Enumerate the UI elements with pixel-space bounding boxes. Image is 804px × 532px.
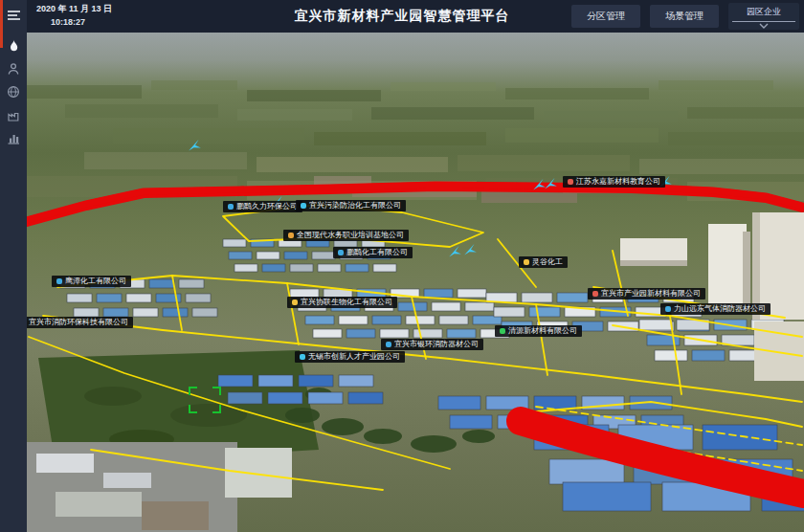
company-label-text: 宜兴协联生物化工有限公司 [301, 299, 392, 306]
menu-button[interactable] [0, 4, 27, 27]
scene-management-button[interactable]: 场景管理 [650, 5, 719, 28]
time-display: 10:18:27 [36, 18, 112, 27]
aircraft-icon [187, 139, 202, 151]
park-enterprise-dropdown[interactable]: 园区企业 [728, 3, 799, 30]
tool-sidebar [0, 0, 27, 532]
company-label-text: 宜兴污染防治化工有限公司 [309, 202, 401, 210]
statistics-button[interactable] [0, 126, 27, 149]
company-marker-icon [592, 291, 598, 297]
user-icon [7, 62, 20, 76]
company-label-text: 江苏永嘉新材料教育公司 [576, 178, 660, 186]
company-label[interactable]: 全国现代水务职业培训基地公司 [283, 230, 409, 241]
aircraft-icon [462, 243, 478, 255]
top-bar: 2020 年 11 月 13 日 10:18:27 宜兴市新材料产业园智慧管理平… [0, 0, 804, 33]
company-label[interactable]: 宜兴市银环消防器材公司 [381, 339, 483, 350]
page-title: 宜兴市新材料产业园智慧管理平台 [191, 0, 613, 33]
map-viewport[interactable]: 鹏鹞久力环保公司宜兴污染防治化工有限公司全国现代水务职业培训基地公司鹏鹞化工有限… [27, 33, 804, 532]
park-enterprise-label: 园区企业 [747, 6, 781, 18]
datetime-display: 2020 年 11 月 13 日 10:18:27 [36, 5, 112, 27]
zone-management-button[interactable]: 分区管理 [571, 5, 640, 28]
topbar-actions: 分区管理 场景管理 园区企业 [571, 0, 799, 33]
company-marker-icon [300, 354, 305, 360]
accent-strip [0, 0, 3, 48]
company-label[interactable]: 鹰潭化工有限公司 [52, 276, 131, 287]
company-label-text: 鹏鹞化工有限公司 [346, 249, 408, 256]
enterprise-button[interactable] [0, 103, 27, 126]
company-marker-icon [524, 259, 529, 265]
flame-icon [8, 39, 20, 54]
company-label-text: 清源新材料有限公司 [508, 327, 577, 335]
personnel-button[interactable] [0, 57, 27, 80]
company-label[interactable]: 清源新材料有限公司 [495, 325, 582, 337]
company-label[interactable]: 宜兴污染防治化工有限公司 [296, 200, 406, 211]
company-label-text: 鹰潭化工有限公司 [65, 277, 126, 285]
company-label[interactable]: 宜兴市消防环保科技有限公司 [27, 317, 133, 328]
globe-icon [7, 85, 20, 99]
company-label-text: 灵谷化工 [532, 258, 563, 266]
company-label-text: 力山远东气体消防器材公司 [674, 305, 766, 313]
factory-icon [7, 109, 20, 122]
environment-button[interactable] [0, 80, 27, 103]
company-marker-icon [338, 250, 344, 255]
aircraft-icon [447, 245, 462, 257]
company-label[interactable]: 灵谷化工 [519, 256, 568, 268]
company-label-text: 宜兴市产业园新材料有限公司 [601, 290, 701, 298]
hamburger-icon [7, 10, 21, 21]
company-marker-icon [386, 342, 391, 347]
company-marker-icon [56, 278, 62, 284]
company-label-text: 宜兴市银环消防器材公司 [394, 341, 479, 348]
company-marker-icon [228, 204, 234, 210]
company-marker-icon [665, 306, 671, 312]
date-display: 2020 年 11 月 13 日 [36, 5, 112, 13]
company-marker-icon [292, 299, 298, 305]
company-label[interactable]: 江苏永嘉新材料教育公司 [563, 176, 665, 188]
company-label[interactable]: 力山远东气体消防器材公司 [660, 303, 770, 315]
company-label[interactable]: 鹏鹞化工有限公司 [333, 247, 413, 258]
chevron-down-icon [758, 23, 770, 29]
map-3d-scene [27, 33, 804, 532]
company-marker-icon [568, 179, 573, 185]
company-label[interactable]: 无锡市创新人才产业园公司 [295, 351, 405, 363]
fire-monitor-button[interactable] [0, 34, 27, 57]
company-label-text: 鹏鹞久力环保公司 [236, 203, 298, 211]
aircraft-icon [543, 177, 558, 189]
company-label-text: 全国现代水务职业培训基地公司 [297, 232, 404, 239]
company-marker-icon [288, 233, 294, 238]
company-label-text: 无锡市创新人才产业园公司 [308, 353, 400, 361]
company-label[interactable]: 鹏鹞久力环保公司 [223, 201, 302, 212]
bar-chart-icon [7, 132, 20, 144]
company-label[interactable]: 宜兴市产业园新材料有限公司 [588, 288, 705, 299]
company-marker-icon [500, 328, 505, 334]
company-marker-icon [301, 203, 306, 209]
dropdown-divider [732, 21, 794, 22]
company-label-text: 宜兴市消防环保科技有限公司 [29, 319, 128, 326]
company-label[interactable]: 宜兴协联生物化工有限公司 [287, 297, 397, 308]
